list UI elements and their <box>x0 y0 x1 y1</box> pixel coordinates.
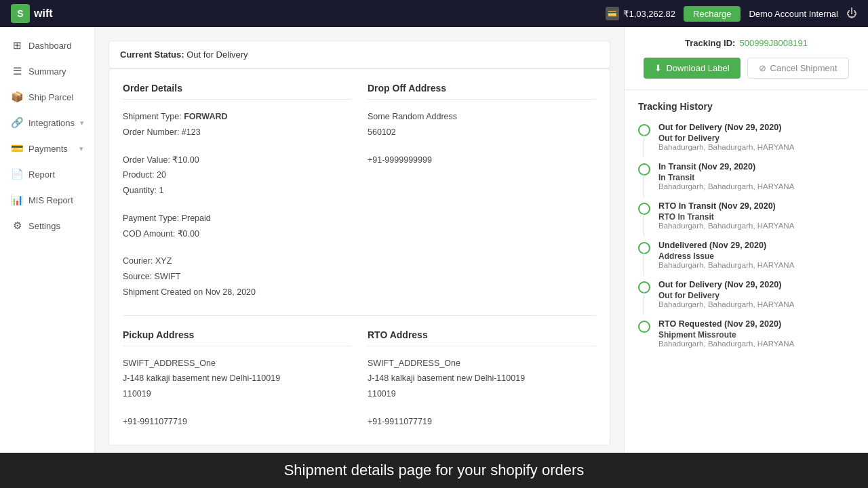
event-content: Undelivered (Nov 29, 2020) Address Issue… <box>658 241 854 269</box>
sidebar-label-integrations: Integrations <box>28 118 75 128</box>
tracking-history-title: Tracking History <box>638 101 854 112</box>
sidebar-label-summary: Summary <box>28 66 83 77</box>
sidebar-item-payments[interactable]: 💳 Payments ▾ <box>0 136 94 161</box>
tracking-event: Undelivered (Nov 29, 2020) Address Issue… <box>638 241 854 269</box>
cod-amount: COD Amount: ₹0.00 <box>123 228 351 241</box>
settings-icon: ⚙ <box>11 220 23 232</box>
event-dot <box>638 203 650 215</box>
courier: Courier: XYZ <box>123 255 351 268</box>
pickup-city: 110019 <box>123 388 351 401</box>
tracking-events-container: Out for Delivery (Nov 29, 2020) Out for … <box>638 123 854 348</box>
sidebar-item-dashboard[interactable]: ⊞ Dashboard <box>0 33 94 58</box>
product-value: 20 <box>157 170 166 180</box>
status-bar: Current Status: Out for Delivery <box>108 41 610 68</box>
bottom-banner-text: Shipment details page for your shopify o… <box>284 462 585 479</box>
tracking-header: Tracking ID: 500999J8008191 ⬇ Download L… <box>625 27 868 90</box>
section-divider <box>123 315 596 316</box>
integrations-icon: 🔗 <box>11 117 23 129</box>
quantity-label: Quantity: <box>123 186 157 195</box>
rto-city: 110019 <box>368 388 596 401</box>
event-title: Out for Delivery (Nov 29, 2020) <box>658 123 854 132</box>
payments-icon: 💳 <box>11 142 23 155</box>
shipment-type-value: FORWARD <box>184 112 227 121</box>
account-name: Demo Account Internal <box>749 9 838 19</box>
recharge-button[interactable]: Recharge <box>684 6 741 22</box>
sidebar-item-summary[interactable]: ☰ Summary <box>0 58 94 84</box>
power-icon[interactable]: ⏻ <box>846 7 857 20</box>
sidebar-item-settings[interactable]: ⚙ Settings <box>0 213 94 239</box>
order-number-value: #123 <box>182 127 201 137</box>
event-title: RTO In Transit (Nov 29, 2020) <box>658 201 854 211</box>
quantity: Quantity: 1 <box>123 184 351 197</box>
logo-letter: S <box>17 8 23 19</box>
tracking-actions: ⬇ Download Label ⊘ Cancel Shipment <box>638 58 854 79</box>
event-status: Out for Delivery <box>658 291 854 300</box>
tracking-event: RTO Requested (Nov 29, 2020) Shipment Mi… <box>638 319 854 348</box>
shipment-type: Shipment Type: FORWARD <box>123 110 351 123</box>
event-content: RTO Requested (Nov 29, 2020) Shipment Mi… <box>658 319 854 348</box>
product: Product: 20 <box>123 169 351 182</box>
content-area: Current Status: Out for Delivery Order D… <box>95 27 868 453</box>
summary-icon: ☰ <box>11 65 23 77</box>
cancel-icon: ⊘ <box>759 63 766 73</box>
wallet-icon: 💳 <box>606 7 619 20</box>
event-title: RTO Requested (Nov 29, 2020) <box>658 319 854 329</box>
main-panel: Current Status: Out for Delivery Order D… <box>95 27 624 453</box>
order-value: Order Value: ₹10.00 <box>123 154 351 167</box>
shipment-type-label: Shipment Type: <box>123 112 182 121</box>
sidebar-item-mis-report[interactable]: 📊 MIS Report <box>0 187 94 213</box>
courier-label: Courier: <box>123 256 153 266</box>
event-title: Undelivered (Nov 29, 2020) <box>658 241 854 250</box>
dropoff-title: Drop Off Address <box>368 83 596 100</box>
order-value-label: Order Value: <box>123 155 170 165</box>
sidebar-item-report[interactable]: 📄 Report <box>0 161 94 187</box>
cod-amount-value: ₹0.00 <box>178 229 199 239</box>
created-label: Shipment Created on <box>123 287 203 297</box>
logo-text: wift <box>34 7 53 20</box>
tracking-id-row: Tracking ID: 500999J8008191 <box>638 38 854 48</box>
order-number-label: Order Number: <box>123 127 179 137</box>
pickup-address-line: J-148 kalkaji basement new Delhi-110019 <box>123 372 351 385</box>
event-dot <box>638 124 650 136</box>
sidebar-label-payments: Payments <box>28 144 74 154</box>
tracking-event: In Transit (Nov 29, 2020) In Transit Bah… <box>638 162 854 190</box>
wallet-info: 💳 ₹1,03,262.82 <box>606 7 675 20</box>
sidebar-item-integrations[interactable]: 🔗 Integrations ▾ <box>0 110 94 136</box>
dashboard-icon: ⊞ <box>11 39 23 52</box>
download-label-button[interactable]: ⬇ Download Label <box>644 58 740 79</box>
created-date: Shipment Created on Nov 28, 2020 <box>123 286 351 299</box>
order-dropoff-grid: Order Details Shipment Type: FORWARD Ord… <box>123 83 596 302</box>
event-title: Out for Delivery (Nov 29, 2020) <box>658 280 854 289</box>
logo: S wift <box>11 4 53 23</box>
event-location: Bahadurgarh, Bahadurgarh, HARYANA <box>658 340 854 348</box>
download-icon: ⬇ <box>654 63 662 73</box>
dropoff-phone: +91-9999999999 <box>368 154 596 167</box>
event-content: In Transit (Nov 29, 2020) In Transit Bah… <box>658 162 854 190</box>
pickup-phone: +91-9911077719 <box>123 415 351 428</box>
event-status: Shipment Missroute <box>658 330 854 340</box>
event-location: Bahadurgarh, Bahadurgarh, HARYANA <box>658 182 854 190</box>
details-card: Order Details Shipment Type: FORWARD Ord… <box>108 68 610 445</box>
cancel-shipment-button[interactable]: ⊘ Cancel Shipment <box>747 58 849 79</box>
event-dot <box>638 242 650 254</box>
event-dot <box>638 163 650 176</box>
sidebar: ⊞ Dashboard ☰ Summary 📦 Ship Parcel 🔗 In… <box>0 27 95 453</box>
event-location: Bahadurgarh, Bahadurgarh, HARYANA <box>658 222 854 230</box>
pickup-address-name: SWIFT_ADDRESS_One <box>123 357 351 370</box>
rto-title: RTO Address <box>368 329 596 346</box>
status-label: Current Status: <box>120 49 184 60</box>
event-status: In Transit <box>658 173 854 182</box>
dropoff-section: Drop Off Address Some Random Address 560… <box>368 83 596 302</box>
event-status: RTO In Transit <box>658 212 854 222</box>
order-number: Order Number: #123 <box>123 126 351 139</box>
source-value: SWIFT <box>155 272 181 281</box>
event-status: Out for Delivery <box>658 134 854 143</box>
integrations-arrow: ▾ <box>80 119 84 127</box>
sidebar-item-ship-parcel[interactable]: 📦 Ship Parcel <box>0 84 94 110</box>
pickup-rto-grid: Pickup Address SWIFT_ADDRESS_One J-148 k… <box>123 329 596 431</box>
courier-value: XYZ <box>155 256 172 266</box>
navbar: S wift 💳 ₹1,03,262.82 Recharge Demo Acco… <box>0 0 868 27</box>
rto-phone: +91-9911077719 <box>368 415 596 428</box>
event-content: Out for Delivery (Nov 29, 2020) Out for … <box>658 123 854 151</box>
event-status: Address Issue <box>658 251 854 261</box>
